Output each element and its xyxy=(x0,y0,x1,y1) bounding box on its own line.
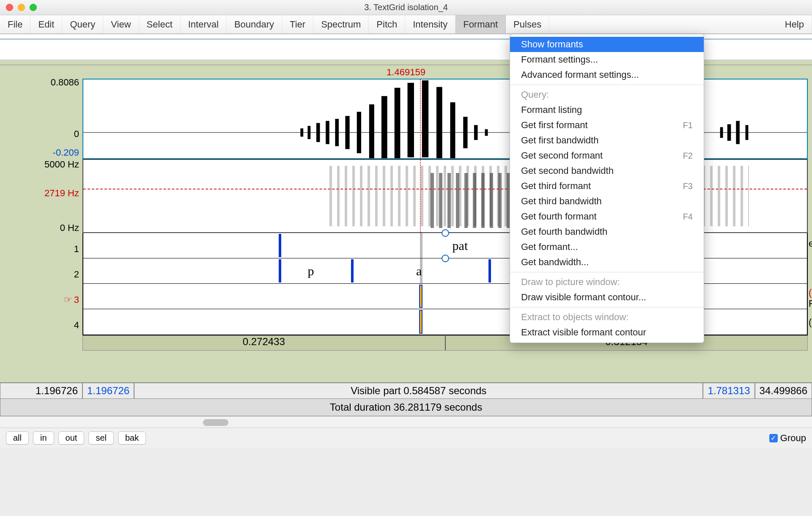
menu-file[interactable]: File xyxy=(0,15,30,33)
selection-left-dur: 0.272433 xyxy=(83,336,446,350)
insertion-circle-icon[interactable] xyxy=(442,229,449,237)
window-controls xyxy=(6,4,37,11)
menu-spectrum[interactable]: Spectrum xyxy=(313,15,369,33)
menu-formant-listing[interactable]: Formant listing xyxy=(510,102,704,118)
menu-get-fourth-bandwidth[interactable]: Get fourth bandwidth xyxy=(510,224,704,239)
menu-view[interactable]: View xyxy=(103,15,139,33)
menu-draw-visible-formant[interactable]: Draw visible formant contour... xyxy=(510,290,704,305)
menu-pulses[interactable]: Pulses xyxy=(506,15,549,33)
menu-get-first-formant[interactable]: Get first formantF1 xyxy=(510,118,704,133)
spec-min-label: 0 Hz xyxy=(60,222,79,233)
menu-boundary[interactable]: Boundary xyxy=(227,15,282,33)
minimize-icon[interactable] xyxy=(18,4,25,11)
menu-get-second-bandwidth[interactable]: Get second bandwidth xyxy=(510,163,704,178)
cursor-line xyxy=(420,80,421,158)
wave-max-label: 0.8086 xyxy=(51,77,79,88)
menu-help[interactable]: Help xyxy=(777,15,812,33)
zoom-back-button[interactable]: bak xyxy=(118,431,146,445)
cursor-line xyxy=(420,160,421,232)
window-start-outer: 1.196726 xyxy=(0,383,83,398)
tier-num-1: 1 xyxy=(74,244,79,255)
svg-rect-18 xyxy=(720,127,723,138)
boundary-marker[interactable] xyxy=(279,259,281,283)
zoom-icon[interactable] xyxy=(30,4,37,11)
tier-name-label: F2 xyxy=(809,298,812,309)
menu-get-second-formant[interactable]: Get second formantF2 xyxy=(510,148,704,163)
zoom-in-button[interactable]: in xyxy=(33,431,54,445)
wave-zero-label: 0 xyxy=(74,129,79,140)
group-checkbox[interactable]: ✓ Group xyxy=(769,433,806,444)
svg-rect-16 xyxy=(474,125,478,140)
wave-selection-label: -0.209 xyxy=(53,147,79,158)
svg-rect-11 xyxy=(408,83,414,157)
menu-query[interactable]: Query xyxy=(62,15,103,33)
menu-advanced-formant-settings[interactable]: Advanced formant settings... xyxy=(510,67,704,82)
menu-header-query: Query: xyxy=(510,87,704,102)
point-marker[interactable] xyxy=(420,285,422,307)
svg-rect-2 xyxy=(307,126,310,139)
zoom-out-button[interactable]: out xyxy=(58,431,85,445)
window-end: 1.781313 xyxy=(703,383,755,398)
window-start: 1.196726 xyxy=(83,383,134,398)
close-icon[interactable] xyxy=(6,4,13,11)
zoom-all-button[interactable]: all xyxy=(6,431,29,445)
tier-num-2: 2 xyxy=(74,269,79,280)
svg-rect-19 xyxy=(727,124,731,141)
interval-label: pat xyxy=(453,239,468,253)
tier-count-label: (1/1) xyxy=(809,287,812,298)
scrollbar-thumb[interactable] xyxy=(203,419,228,426)
svg-rect-13 xyxy=(436,87,442,158)
menu-get-formant[interactable]: Get formant... xyxy=(510,239,704,255)
menu-interval[interactable]: Interval xyxy=(181,15,227,33)
menu-show-formants[interactable]: Show formants xyxy=(510,37,704,52)
svg-rect-8 xyxy=(369,104,374,158)
menu-get-third-formant[interactable]: Get third formantF3 xyxy=(510,178,704,194)
menu-edit[interactable]: Edit xyxy=(30,15,62,33)
svg-rect-9 xyxy=(381,96,387,158)
menubar: File Edit Query View Select Interval Bou… xyxy=(0,15,812,34)
svg-rect-3 xyxy=(316,123,320,142)
menu-header-extract: Extract to objects window: xyxy=(510,310,704,325)
menu-get-first-bandwidth[interactable]: Get first bandwidth xyxy=(510,133,704,148)
visible-part-label: Visible part 0.584587 seconds xyxy=(134,383,703,398)
zoom-sel-button[interactable]: sel xyxy=(88,431,114,445)
cursor-marker xyxy=(420,233,422,258)
svg-rect-14 xyxy=(450,102,455,158)
window-title: 3. TextGrid isolation_4 xyxy=(364,3,448,12)
svg-rect-7 xyxy=(357,112,361,153)
svg-rect-21 xyxy=(746,125,749,140)
menu-formant-settings[interactable]: Formant settings... xyxy=(510,52,704,67)
menu-select[interactable]: Select xyxy=(139,15,181,33)
segment-a: a xyxy=(416,264,422,278)
menu-get-bandwidth[interactable]: Get bandwidth... xyxy=(510,255,704,270)
checkbox-checked-icon: ✓ xyxy=(769,434,778,442)
svg-rect-5 xyxy=(335,119,339,146)
menu-get-fourth-formant[interactable]: Get fourth formantF4 xyxy=(510,209,704,224)
time-info-row: 1.196726 1.196726 Visible part 0.584587 … xyxy=(0,382,812,399)
hand-icon: ☞ xyxy=(64,294,72,305)
group-label: Group xyxy=(780,433,806,444)
insertion-circle-icon[interactable] xyxy=(442,255,449,262)
boundary-marker[interactable] xyxy=(351,259,354,283)
formant-menu-dropdown: Show formants Formant settings... Advanc… xyxy=(510,34,704,343)
window-end-outer: 34.499866 xyxy=(755,383,812,398)
tier-num-4: 4 xyxy=(74,320,79,331)
menu-get-third-bandwidth[interactable]: Get third bandwidth xyxy=(510,194,704,209)
menu-formant[interactable]: Formant xyxy=(455,15,506,33)
boundary-marker[interactable] xyxy=(279,234,281,257)
spec-cursor-label: 2719 Hz xyxy=(44,188,79,199)
menu-tier[interactable]: Tier xyxy=(282,15,313,33)
menu-pitch[interactable]: Pitch xyxy=(369,15,405,33)
tier-num-3: ☞3 xyxy=(64,294,79,305)
svg-rect-6 xyxy=(345,116,349,149)
boundary-marker[interactable] xyxy=(488,259,491,283)
svg-rect-20 xyxy=(736,121,740,144)
menu-header-draw: Draw to picture window: xyxy=(510,274,704,290)
horizontal-scrollbar[interactable] xyxy=(0,416,812,428)
point-marker[interactable] xyxy=(420,311,422,333)
tier-count-label: (1) xyxy=(809,317,812,327)
cursor-time-label: 1.469159 xyxy=(387,67,425,78)
menu-extract-visible-formant[interactable]: Extract visible formant contour xyxy=(510,325,704,340)
menu-intensity[interactable]: Intensity xyxy=(405,15,455,33)
svg-rect-10 xyxy=(395,88,401,158)
